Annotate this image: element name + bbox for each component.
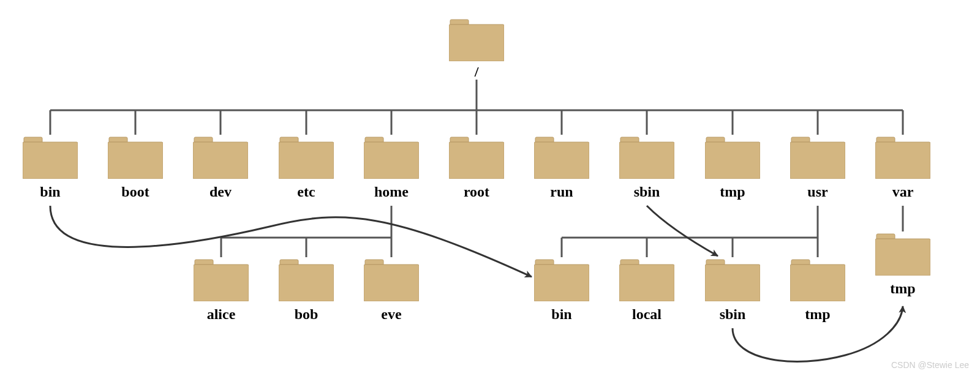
- label-var: var: [860, 184, 946, 200]
- folder-icon: [705, 135, 760, 179]
- label-run: run: [519, 184, 605, 200]
- folder-bob: [279, 257, 334, 301]
- watermark: CSDN @Stewie Lee: [891, 360, 969, 370]
- label-root: /: [434, 64, 519, 80]
- label-usr-local: local: [604, 306, 690, 323]
- folder-usr: [790, 135, 845, 179]
- folder-usr-local: [619, 257, 674, 301]
- folder-icon: [449, 135, 504, 179]
- label-alice: alice: [178, 306, 264, 323]
- label-boot: boot: [92, 184, 178, 200]
- folder-home: [364, 135, 419, 179]
- label-tmp: tmp: [690, 184, 775, 200]
- folder-bin: [23, 135, 78, 179]
- label-usr-tmp: tmp: [775, 306, 861, 323]
- folder-boot: [108, 135, 163, 179]
- folder-etc: [279, 135, 334, 179]
- folder-usr-sbin: [705, 257, 760, 301]
- label-bin: bin: [7, 184, 93, 200]
- label-etc: etc: [263, 184, 349, 200]
- folder-icon: [534, 257, 589, 301]
- folder-icon: [108, 135, 163, 179]
- folder-icon: [193, 135, 248, 179]
- label-home: home: [349, 184, 434, 200]
- label-var-tmp: tmp: [860, 280, 946, 297]
- folder-icon: [875, 231, 930, 276]
- folder-var-tmp: [875, 231, 930, 276]
- label-usr: usr: [775, 184, 861, 200]
- folder-tmp: [705, 135, 760, 179]
- folder-sbin: [619, 135, 674, 179]
- folder-icon: [194, 257, 249, 301]
- folder-icon: [619, 135, 674, 179]
- folder-icon: [790, 135, 845, 179]
- folder-rootdir: [449, 135, 504, 179]
- label-usr-bin: bin: [519, 306, 605, 323]
- label-bob: bob: [263, 306, 349, 323]
- folder-icon: [534, 135, 589, 179]
- folder-eve: [364, 257, 419, 301]
- label-rootdir: root: [434, 184, 519, 200]
- folder-icon: [279, 135, 334, 179]
- folder-icon: [449, 17, 504, 61]
- folder-icon: [619, 257, 674, 301]
- label-dev: dev: [178, 184, 263, 200]
- folder-icon: [790, 257, 845, 301]
- folder-usr-bin: [534, 257, 589, 301]
- label-sbin: sbin: [604, 184, 690, 200]
- folder-run: [534, 135, 589, 179]
- folder-icon: [364, 257, 419, 301]
- folder-icon: [23, 135, 78, 179]
- folder-icon: [364, 135, 419, 179]
- label-usr-sbin: sbin: [690, 306, 775, 323]
- folder-icon: [875, 135, 930, 179]
- folder-root: [449, 17, 504, 61]
- folder-alice: [194, 257, 249, 301]
- label-eve: eve: [349, 306, 434, 323]
- folder-icon: [705, 257, 760, 301]
- folder-usr-tmp: [790, 257, 845, 301]
- folder-var: [875, 135, 930, 179]
- folder-dev: [193, 135, 248, 179]
- folder-icon: [279, 257, 334, 301]
